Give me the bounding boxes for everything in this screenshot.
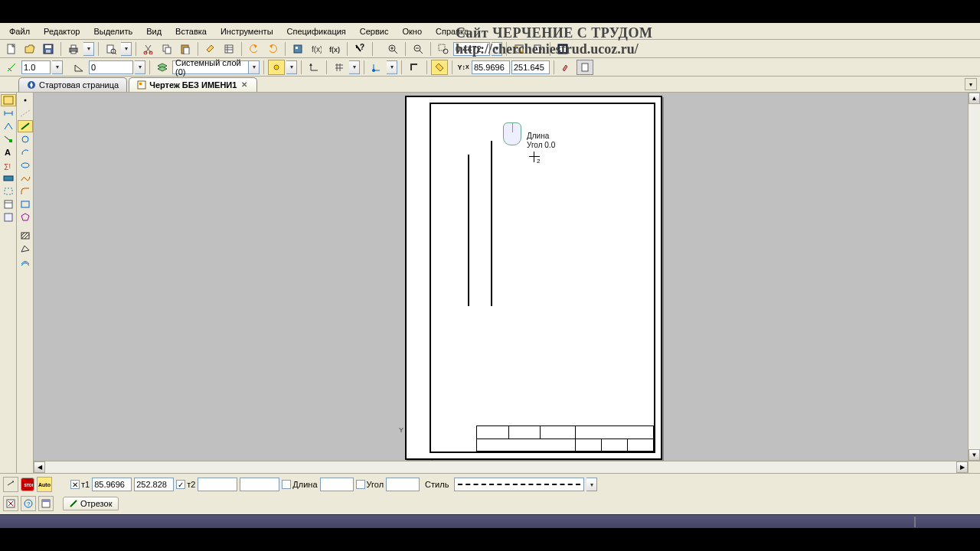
variables-button[interactable]: f(x)	[308, 41, 325, 57]
grid-button[interactable]	[331, 60, 348, 75]
tab-start-page[interactable]: Стартовая страница	[18, 77, 127, 92]
horizontal-scrollbar[interactable]: ◀ ▶	[34, 461, 968, 473]
style-apply-button[interactable]	[558, 60, 575, 75]
menu-spec[interactable]: Спецификация	[281, 24, 352, 38]
snap-toggle[interactable]	[268, 60, 285, 75]
tabbar-scroll-button[interactable]: ▾	[965, 78, 977, 90]
round-button[interactable]	[431, 60, 448, 75]
step-dropdown[interactable]: ▾	[52, 60, 63, 74]
preview-button[interactable]	[103, 41, 119, 57]
query-button[interactable]: ?	[21, 496, 36, 511]
fx-button[interactable]: f(x)	[326, 41, 343, 57]
copy-button[interactable]	[158, 41, 175, 57]
hatch-tool[interactable]	[18, 230, 33, 242]
close-tab-button[interactable]: ✕	[240, 80, 249, 90]
vertical-scrollbar[interactable]: ▲ ▼	[968, 93, 980, 461]
properties-button[interactable]	[220, 41, 237, 57]
scroll-down-button[interactable]: ▼	[969, 449, 980, 461]
angle-step-icon[interactable]	[70, 60, 87, 75]
scroll-track-v[interactable]	[969, 104, 980, 449]
menu-service[interactable]: Сервис	[354, 24, 395, 38]
canvas-viewport[interactable]: Длина Угол 0.0 2	[34, 93, 980, 473]
aux-line-tool[interactable]	[18, 107, 33, 119]
doc-mode-button[interactable]	[577, 60, 593, 75]
arc-tool[interactable]	[18, 146, 33, 158]
tab-drawing-active[interactable]: Чертеж БЕЗ ИМЕНИ1 ✕	[129, 77, 257, 92]
menu-view[interactable]: Вид	[140, 24, 168, 38]
layer-combo[interactable]: Системный слой (0)	[172, 60, 249, 74]
zoom-in-button[interactable]	[384, 41, 401, 57]
paste-button[interactable]	[177, 41, 194, 57]
ortho-button[interactable]	[406, 60, 423, 75]
local-cs-button[interactable]	[368, 60, 385, 75]
zoom-dropdown[interactable]: ▾	[492, 42, 502, 56]
snap-dropdown[interactable]: ▾	[286, 60, 297, 74]
save-button[interactable]	[40, 41, 57, 57]
stop-command-button[interactable]: STOP	[21, 478, 34, 491]
zoom-out-button[interactable]	[410, 41, 426, 57]
auto-create-button[interactable]: Auto	[37, 477, 52, 492]
length-input[interactable]	[320, 478, 354, 491]
reports-page-icon[interactable]	[1, 211, 16, 223]
menu-tools[interactable]: Инструменты	[214, 24, 279, 38]
t1-y-input[interactable]	[134, 478, 174, 491]
menu-select[interactable]: Выделить	[87, 24, 139, 38]
menu-window[interactable]: Окно	[396, 24, 428, 38]
equidist-tool[interactable]	[18, 256, 33, 268]
scroll-left-button[interactable]: ◀	[34, 461, 45, 473]
menu-help[interactable]: Справка	[430, 24, 475, 38]
angle-input[interactable]	[386, 478, 420, 491]
refresh-button[interactable]	[554, 41, 571, 57]
angle-checkbox[interactable]: Угол	[356, 480, 384, 489]
circle-tool[interactable]	[18, 133, 33, 145]
undo-button[interactable]	[246, 41, 263, 57]
style-dropdown[interactable]: ▾	[586, 478, 597, 491]
zoom-value-input[interactable]	[453, 42, 490, 56]
print-button[interactable]	[65, 41, 82, 57]
sys-coord-button[interactable]	[305, 60, 322, 75]
angle-step-input[interactable]	[89, 60, 133, 74]
t1-checkbox[interactable]: ✕т1	[70, 480, 90, 489]
segment-tool[interactable]	[18, 120, 33, 132]
create-object-button[interactable]	[3, 477, 18, 492]
dimensions-page-icon[interactable]	[1, 107, 16, 119]
help-context-button[interactable]: ?	[351, 41, 368, 57]
edit-page-icon[interactable]	[1, 133, 16, 145]
style-combo[interactable]	[454, 478, 584, 491]
length-checkbox[interactable]: Длина	[282, 480, 317, 489]
t2-y-input[interactable]	[240, 478, 279, 491]
cut-button[interactable]	[140, 41, 157, 57]
measure-page-icon[interactable]	[1, 172, 16, 184]
scroll-right-button[interactable]: ▶	[956, 461, 968, 473]
open-button[interactable]	[21, 41, 38, 57]
geometry-page-icon[interactable]	[1, 94, 16, 106]
text-page-icon[interactable]: A	[1, 146, 16, 158]
manager-button[interactable]	[289, 41, 306, 57]
menu-insert[interactable]: Вставка	[169, 24, 213, 38]
menu-file[interactable]: Файл	[3, 24, 36, 38]
menu-edit[interactable]: Редактор	[38, 24, 86, 38]
point-tool[interactable]	[18, 94, 33, 106]
contour-tool[interactable]	[18, 243, 33, 255]
ellipse-tool[interactable]	[18, 159, 33, 171]
layer-dropdown[interactable]: ▾	[249, 60, 260, 74]
new-button[interactable]	[3, 41, 20, 57]
polygon-tool[interactable]	[18, 211, 33, 223]
t2-checkbox[interactable]: ✓т2	[176, 480, 195, 489]
spec-page-icon[interactable]	[1, 198, 16, 210]
preview-dropdown[interactable]: ▾	[121, 42, 132, 56]
redo-button[interactable]	[264, 41, 281, 57]
select-page-icon[interactable]	[1, 185, 16, 197]
t1-x-input[interactable]	[92, 478, 132, 491]
spline-tool[interactable]	[18, 172, 33, 184]
scroll-track-h[interactable]	[45, 461, 956, 473]
grid-dropdown[interactable]: ▾	[349, 60, 360, 74]
symbols-page-icon[interactable]	[1, 120, 16, 132]
t2-x-input[interactable]	[198, 478, 237, 491]
toggle-panel-button[interactable]	[38, 496, 54, 511]
print-dropdown[interactable]: ▾	[83, 42, 94, 56]
fillet-tool[interactable]	[18, 185, 33, 197]
zoom-window-button[interactable]	[435, 41, 452, 57]
scroll-up-button[interactable]: ▲	[969, 93, 980, 104]
zoom-fit2-button[interactable]	[529, 41, 546, 57]
